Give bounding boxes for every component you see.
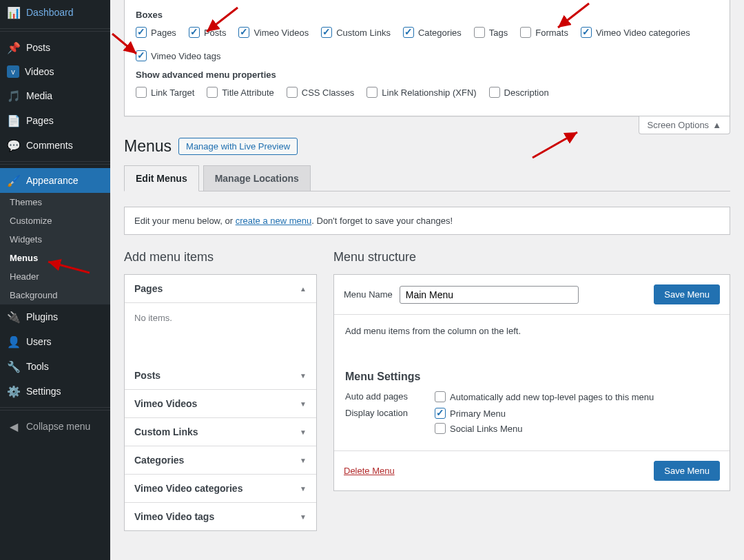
save-menu-button-bottom[interactable]: Save Menu: [654, 461, 720, 481]
adv-title-attribute[interactable]: Title Attribute: [207, 87, 273, 98]
box-categories[interactable]: Categories: [403, 27, 462, 38]
box-vimeo-video-tags[interactable]: Vimeo Video tags: [136, 50, 220, 61]
nav-label: Pages: [26, 115, 54, 126]
caret-down-icon: ▼: [300, 428, 307, 436]
acc-vimeo-video-tags[interactable]: Vimeo Video tags▼: [125, 502, 316, 530]
pages-icon: 📄: [7, 114, 21, 127]
video-icon: v: [7, 65, 19, 78]
subnav-themes[interactable]: Themes: [0, 193, 110, 211]
box-pages[interactable]: Pages: [136, 27, 176, 38]
nav-label: Appearance: [26, 175, 79, 186]
auto-add-label: Auto add pages: [345, 391, 421, 402]
adv-description[interactable]: Description: [489, 87, 549, 98]
nav-plugins[interactable]: 🔌Plugins: [0, 304, 110, 329]
nav-collapse[interactable]: ◀Collapse menu: [0, 414, 110, 439]
acc-title: Vimeo Video categories: [134, 483, 242, 494]
edit-notice: Edit your menu below, or create a new me…: [124, 207, 730, 235]
nav-posts[interactable]: 📌Posts: [0, 35, 110, 60]
primary-text: Primary Menu: [450, 408, 506, 419]
admin-sidebar: 📊Dashboard 📌Posts vVideos 🎵Media 📄Pages …: [0, 0, 110, 560]
acc-posts[interactable]: Posts▼: [125, 362, 316, 389]
box-custom-links[interactable]: Custom Links: [321, 27, 391, 38]
subnav-background[interactable]: Background: [0, 286, 110, 304]
caret-down-icon: ▼: [300, 457, 307, 464]
plugins-icon: 🔌: [7, 310, 21, 324]
page-title: Menus: [124, 137, 172, 156]
box-tags[interactable]: Tags: [474, 27, 508, 38]
nav-label: Posts: [26, 42, 50, 53]
box-vimeo-videos[interactable]: Vimeo Videos: [238, 27, 309, 38]
nav-users[interactable]: 👤Users: [0, 329, 110, 354]
nav-media[interactable]: 🎵Media: [0, 83, 110, 108]
nav-label: Tools: [26, 361, 49, 372]
acc-pages[interactable]: Pages▲: [125, 275, 316, 302]
no-items-text: No items.: [134, 313, 172, 323]
adv-link-target[interactable]: Link Target: [136, 87, 194, 98]
tab-edit-menus[interactable]: Edit Menus: [124, 165, 199, 191]
acc-title: Vimeo Video tags: [134, 511, 214, 522]
social-text: Social Links Menu: [450, 424, 523, 434]
menu-structure-box: Menu Name Save Menu Add menu items from …: [333, 274, 730, 491]
notice-text: . Don't forget to save your changes!: [311, 216, 453, 226]
subnav-customize[interactable]: Customize: [0, 211, 110, 230]
save-menu-button-top[interactable]: Save Menu: [654, 284, 720, 304]
cb-label: Tags: [489, 28, 508, 38]
acc-custom-links[interactable]: Custom Links▼: [125, 417, 316, 446]
structure-heading: Menu structure: [333, 250, 730, 265]
collapse-icon: ◀: [7, 419, 21, 433]
accordion: Pages▲ No items. Posts▼Vimeo Videos▼Cust…: [124, 274, 317, 531]
caret-down-icon: ▼: [300, 485, 307, 492]
nav-comments[interactable]: 💬Comments: [0, 133, 110, 158]
delete-menu-link[interactable]: Delete Menu: [344, 466, 395, 476]
add-items-heading: Add menu items: [124, 250, 317, 265]
menu-name-input[interactable]: [400, 286, 579, 304]
nav-label: Collapse menu: [26, 421, 90, 432]
cb-label: Link Target: [151, 87, 194, 98]
live-preview-button[interactable]: Manage with Live Preview: [178, 138, 298, 155]
settings-icon: ⚙️: [7, 384, 21, 398]
create-menu-link[interactable]: create a new menu: [236, 216, 312, 226]
nav-label: Dashboard: [26, 7, 74, 18]
box-vimeo-video-categories[interactable]: Vimeo Video categories: [581, 27, 690, 38]
tab-manage-locations[interactable]: Manage Locations: [203, 165, 311, 191]
media-icon: 🎵: [7, 89, 21, 103]
social-menu-checkbox[interactable]: Social Links Menu: [435, 423, 523, 434]
nav-label: Comments: [26, 140, 73, 151]
acc-vimeo-video-categories[interactable]: Vimeo Video categories▼: [125, 474, 316, 502]
acc-title: Posts: [134, 370, 161, 381]
subnav-header[interactable]: Header: [0, 267, 110, 286]
adv-link-relationship-(xfn)[interactable]: Link Relationship (XFN): [366, 87, 476, 98]
cb-label: CSS Classes: [302, 87, 355, 98]
cb-label: Vimeo Video tags: [151, 51, 220, 61]
menu-name-label: Menu Name: [344, 289, 393, 300]
menu-tabs: Edit Menus Manage Locations: [124, 165, 730, 191]
nav-tools[interactable]: 🔧Tools: [0, 354, 110, 379]
cb-label: Vimeo Videos: [254, 28, 309, 38]
users-icon: 👤: [7, 335, 21, 349]
subnav-widgets[interactable]: Widgets: [0, 230, 110, 249]
acc-title: Categories: [134, 455, 184, 466]
auto-add-text: Automatically add new top-level pages to…: [450, 392, 654, 402]
box-formats[interactable]: Formats: [520, 27, 568, 38]
comments-icon: 💬: [7, 138, 21, 152]
adv-css-classes[interactable]: CSS Classes: [287, 87, 355, 98]
screen-options-panel: Boxes PagesPostsVimeo VideosCustom Links…: [124, 0, 730, 116]
screen-options-toggle[interactable]: Screen Options ▲: [639, 116, 730, 134]
acc-vimeo-videos[interactable]: Vimeo Videos▼: [125, 389, 316, 417]
nav-pages[interactable]: 📄Pages: [0, 108, 110, 133]
nav-settings[interactable]: ⚙️Settings: [0, 379, 110, 404]
primary-menu-checkbox[interactable]: Primary Menu: [435, 408, 523, 419]
subnav-menus[interactable]: Menus: [0, 249, 110, 267]
box-posts[interactable]: Posts: [189, 27, 227, 38]
cb-label: Vimeo Video categories: [596, 28, 690, 38]
nav-label: Media: [26, 90, 52, 101]
acc-pages-body: No items.: [125, 302, 316, 362]
nav-dashboard[interactable]: 📊Dashboard: [0, 0, 110, 25]
auto-add-checkbox[interactable]: Automatically add new top-level pages to…: [435, 391, 654, 402]
nav-appearance[interactable]: 🖌️Appearance: [0, 168, 110, 193]
acc-categories[interactable]: Categories▼: [125, 446, 316, 474]
boxes-heading: Boxes: [136, 10, 719, 20]
nav-videos[interactable]: vVideos: [0, 60, 110, 83]
cb-label: Posts: [204, 28, 227, 38]
cb-label: Description: [504, 87, 549, 98]
